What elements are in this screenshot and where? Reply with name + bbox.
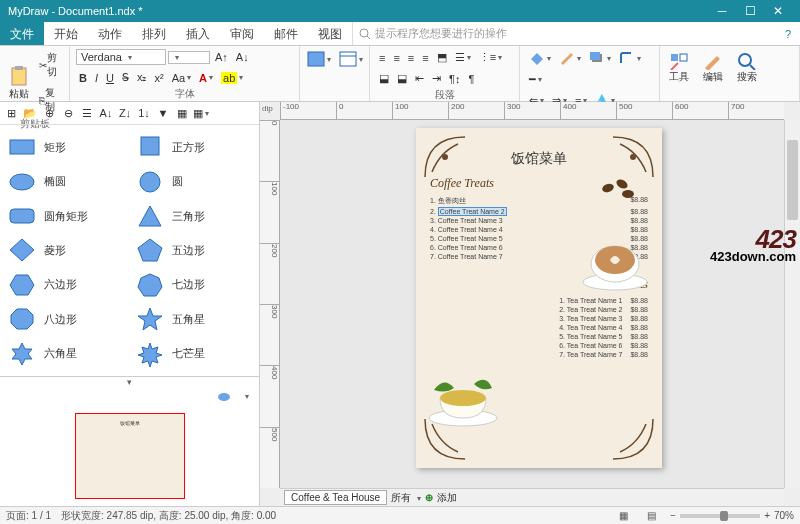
- font-shrink-button[interactable]: A↓: [233, 48, 252, 66]
- styles-button[interactable]: [304, 48, 334, 70]
- minimize-button[interactable]: ─: [708, 4, 736, 18]
- page-tab-all[interactable]: 所有: [391, 491, 411, 505]
- add-page-icon[interactable]: ⊕: [425, 492, 433, 503]
- add-page-button[interactable]: 添加: [437, 491, 457, 505]
- zoom-value[interactable]: 70%: [774, 510, 794, 521]
- font-color-button[interactable]: A: [196, 68, 216, 87]
- shadow-button[interactable]: [586, 48, 614, 68]
- paste-button[interactable]: 粘贴: [6, 62, 32, 104]
- vertical-scrollbar[interactable]: [784, 120, 800, 488]
- shape-diamond[interactable]: 菱形: [6, 234, 126, 266]
- align-left-button[interactable]: ≡: [376, 49, 388, 67]
- new-shape-button[interactable]: ⊞: [2, 104, 20, 122]
- search-button[interactable]: 搜索: [734, 49, 760, 87]
- palette-button[interactable]: ▦: [173, 104, 191, 122]
- zoom-control[interactable]: − + 70%: [670, 510, 794, 521]
- help-button[interactable]: ?: [776, 22, 800, 45]
- menu-item[interactable]: 4. Tea Treat Name 4$8.88: [430, 323, 648, 332]
- zoom-in-button[interactable]: +: [764, 510, 770, 521]
- menu-item[interactable]: 7. Tea Treat Name 7$8.88: [430, 350, 648, 359]
- subscript-button[interactable]: x₂: [134, 68, 150, 87]
- shape-star5[interactable]: 五角星: [134, 303, 254, 335]
- tools-button[interactable]: 工具: [666, 49, 692, 87]
- underline-button[interactable]: U: [103, 68, 117, 87]
- tell-me-search[interactable]: 提示程序您想要进行的操作: [352, 22, 776, 45]
- indent-inc-button[interactable]: ⇥: [429, 69, 444, 88]
- align-center-button[interactable]: ≡: [390, 49, 402, 67]
- theme-button[interactable]: [336, 48, 366, 70]
- vertical-ruler[interactable]: 0100200300400500: [260, 120, 280, 488]
- dash-button[interactable]: ━: [526, 70, 545, 89]
- menu-item[interactable]: 6. Tea Treat Name 6$8.88: [430, 341, 648, 350]
- shape-circle[interactable]: 圆: [134, 165, 254, 197]
- sort-az-button[interactable]: A↓: [97, 104, 115, 122]
- shape-octagon[interactable]: 八边形: [6, 303, 126, 335]
- corner-button[interactable]: [616, 48, 644, 68]
- indent-dec-button[interactable]: ⇤: [412, 69, 427, 88]
- valign-mid-button[interactable]: ⬓: [376, 69, 392, 88]
- remove-button[interactable]: ⊖: [59, 104, 77, 122]
- page-thumbnail[interactable]: 饭馆菜单: [75, 413, 185, 499]
- zoom-slider[interactable]: [680, 514, 760, 518]
- zoom-out-button[interactable]: −: [670, 510, 676, 521]
- menu-item[interactable]: 2. Tea Treat Name 2$8.88: [430, 305, 648, 314]
- align-right-button[interactable]: ≡: [405, 49, 417, 67]
- shape-triangle[interactable]: 三角形: [134, 200, 254, 232]
- line-spacing-button[interactable]: ¶↕: [446, 69, 463, 88]
- menu-item[interactable]: 2. Coffee Treat Name 2$8.88: [430, 207, 648, 216]
- line-button[interactable]: [556, 48, 584, 68]
- tab-insert[interactable]: 插入: [176, 22, 220, 45]
- highlight-button[interactable]: ab: [218, 68, 246, 87]
- thumb-options-button[interactable]: [237, 387, 255, 405]
- tab-actions[interactable]: 动作: [88, 22, 132, 45]
- bullets-button[interactable]: ☰: [452, 48, 474, 67]
- shape-ellipse[interactable]: 椭圆: [6, 165, 126, 197]
- shape-star7[interactable]: 七芒星: [134, 338, 254, 370]
- tab-review[interactable]: 审阅: [220, 22, 264, 45]
- sort-za-button[interactable]: Z↓: [116, 104, 134, 122]
- sort-num-button[interactable]: 1↓: [135, 104, 153, 122]
- valign-bot-button[interactable]: ⬓: [394, 69, 410, 88]
- shape-heptagon[interactable]: 七边形: [134, 269, 254, 301]
- maximize-button[interactable]: ☐: [736, 4, 764, 18]
- tab-arrange[interactable]: 排列: [132, 22, 176, 45]
- filter-button[interactable]: ▼: [154, 104, 172, 122]
- list-view-button[interactable]: ☰: [78, 104, 96, 122]
- line-spacing2-button[interactable]: ¶: [465, 69, 477, 88]
- shape-hexagon[interactable]: 六边形: [6, 269, 126, 301]
- edit-button[interactable]: 编辑: [700, 49, 726, 87]
- view-mode-2[interactable]: ▤: [642, 507, 660, 525]
- horizontal-ruler[interactable]: -1000100200300400500600700: [280, 102, 784, 120]
- add-button[interactable]: ⊕: [40, 104, 58, 122]
- font-grow-button[interactable]: A↑: [212, 48, 231, 66]
- menu-title[interactable]: 饭馆菜单: [430, 150, 648, 168]
- italic-button[interactable]: I: [92, 68, 101, 87]
- menu-item[interactable]: 3. Tea Treat Name 3$8.88: [430, 314, 648, 323]
- numbering-button[interactable]: ⋮≡: [476, 48, 505, 67]
- menu-item[interactable]: 4. Coffee Treat Name 4$8.88: [430, 225, 648, 234]
- more-button[interactable]: ▦: [192, 104, 210, 122]
- drawing-canvas[interactable]: 饭馆菜单 Coffee Treats 1. 鱼香肉丝$8.882. Coffee…: [280, 120, 784, 488]
- font-family-combo[interactable]: Verdana: [76, 49, 166, 65]
- menu-item[interactable]: 1. Tea Treat Name 1$8.88: [430, 296, 648, 305]
- shape-pentagon[interactable]: 五边形: [134, 234, 254, 266]
- shape-square[interactable]: 正方形: [134, 131, 254, 163]
- close-button[interactable]: ✕: [764, 4, 792, 18]
- menu-item[interactable]: 5. Tea Treat Name 5$8.88: [430, 332, 648, 341]
- shape-rect[interactable]: 矩形: [6, 131, 126, 163]
- tab-file[interactable]: 文件: [0, 22, 44, 45]
- fill-button[interactable]: [526, 48, 554, 68]
- cut-button[interactable]: ✂剪切: [36, 48, 63, 82]
- tab-home[interactable]: 开始: [44, 22, 88, 45]
- superscript-button[interactable]: x²: [151, 68, 166, 87]
- shape-roundrect[interactable]: 圆角矩形: [6, 200, 126, 232]
- tab-mail[interactable]: 邮件: [264, 22, 308, 45]
- font-size-combo[interactable]: [168, 51, 210, 64]
- page-tab-document[interactable]: Coffee & Tea House: [284, 490, 387, 505]
- open-button[interactable]: 📂: [21, 104, 39, 122]
- thumb-view-button[interactable]: [215, 387, 233, 405]
- tab-view[interactable]: 视图: [308, 22, 352, 45]
- bold-button[interactable]: B: [76, 68, 90, 87]
- document-page[interactable]: 饭馆菜单 Coffee Treats 1. 鱼香肉丝$8.882. Coffee…: [416, 128, 662, 468]
- valign-top-button[interactable]: ⬒: [434, 48, 450, 67]
